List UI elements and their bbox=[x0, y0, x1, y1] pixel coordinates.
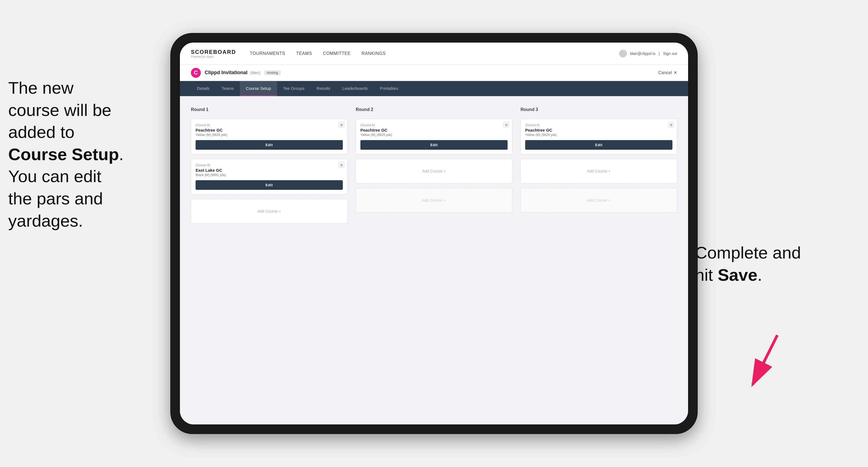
round1-courseA-delete-btn[interactable]: ⊗ bbox=[338, 122, 344, 128]
round2-add-course-label-2: Add Course + bbox=[422, 198, 446, 203]
logo-area: SCOREBOARD Powered by clippd bbox=[191, 49, 236, 58]
tablet-screen: SCOREBOARD Powered by clippd TOURNAMENTS… bbox=[180, 42, 688, 425]
round2-courseA-label: (Course A) bbox=[361, 123, 507, 127]
annotation-line2: course will be bbox=[8, 100, 112, 120]
tablet: SCOREBOARD Powered by clippd TOURNAMENTS… bbox=[170, 33, 698, 434]
round1-add-course-button[interactable]: Add Course + bbox=[191, 199, 347, 224]
nav-right: blair@clippd.io | Sign out bbox=[619, 50, 677, 57]
round-3-column: Round 3 ⊗ (Course A) Peachtree GC Yellow… bbox=[521, 107, 677, 224]
round1-courseB-name: East Lake GC bbox=[195, 168, 343, 173]
round3-course-a-card: ⊗ (Course A) Peachtree GC Yellow (M) (66… bbox=[521, 119, 677, 154]
tab-bar: Details Teams Course Setup Tee Groups Re… bbox=[180, 81, 688, 96]
round1-courseA-edit-button[interactable]: Edit bbox=[195, 140, 343, 150]
annotation-line4-bold: Course Setup bbox=[8, 145, 119, 164]
round1-course-a-card: ⊗ (Course A) Peachtree GC Yellow (M) (66… bbox=[191, 119, 347, 154]
tab-details[interactable]: Details bbox=[191, 81, 216, 96]
round2-add-course-label: Add Course + bbox=[422, 169, 446, 173]
scoreboard-logo: SCOREBOARD bbox=[191, 49, 236, 55]
round1-courseB-details: Black (M) (6891 yds) bbox=[195, 173, 343, 177]
round2-courseA-details: Yellow (M) (6629 yds) bbox=[361, 133, 507, 137]
round2-courseA-edit-button[interactable]: Edit bbox=[361, 140, 507, 150]
round3-add-course-label: Add Course + bbox=[587, 169, 611, 173]
round2-add-course-button-2: Add Course + bbox=[356, 188, 512, 213]
nav-tournaments[interactable]: TOURNAMENTS bbox=[250, 50, 285, 57]
sign-out-link[interactable]: Sign out bbox=[663, 51, 677, 56]
user-email: blair@clippd.io bbox=[630, 51, 655, 56]
cancel-icon: ✕ bbox=[674, 70, 677, 75]
round1-courseA-label: (Course A) bbox=[195, 123, 343, 127]
arrow-right bbox=[709, 330, 791, 398]
round1-courseA-name: Peachtree GC bbox=[195, 128, 343, 132]
round2-add-course-button[interactable]: Add Course + bbox=[356, 159, 512, 184]
annotation-line6: the pars and bbox=[8, 189, 103, 208]
top-nav: SCOREBOARD Powered by clippd TOURNAMENTS… bbox=[180, 42, 688, 65]
round3-add-course-label-2: Add Course + bbox=[587, 198, 611, 203]
rounds-grid: Round 1 ⊗ (Course A) Peachtree GC Yellow… bbox=[191, 107, 677, 224]
nav-rankings[interactable]: RANKINGS bbox=[362, 50, 386, 57]
logo-letter: C bbox=[194, 69, 198, 76]
tournament-logo: C bbox=[191, 68, 201, 78]
round2-courseA-delete-btn[interactable]: ⊗ bbox=[503, 122, 509, 128]
nav-separator: | bbox=[659, 51, 660, 56]
round1-courseA-details: Yellow (M) (6629 yds) bbox=[195, 133, 343, 137]
round3-courseA-delete-btn[interactable]: ⊗ bbox=[668, 122, 674, 128]
tab-results[interactable]: Results bbox=[310, 81, 336, 96]
tab-teams[interactable]: Teams bbox=[216, 81, 240, 96]
nav-committee[interactable]: COMMITTEE bbox=[323, 50, 351, 57]
tab-tee-groups[interactable]: Tee Groups bbox=[277, 81, 311, 96]
round1-add-course-label: Add Course + bbox=[257, 209, 281, 213]
round3-add-course-button[interactable]: Add Course + bbox=[521, 159, 677, 184]
annotation-line3: added to bbox=[8, 123, 74, 142]
annotation-right: Complete and hit Save. bbox=[695, 242, 860, 286]
round1-courseB-label: (Course B) bbox=[195, 163, 343, 167]
cancel-button[interactable]: Cancel ✕ bbox=[658, 70, 677, 75]
annotation-line5: You can edit bbox=[8, 167, 101, 186]
round2-courseA-name: Peachtree GC bbox=[361, 128, 507, 132]
annotation-right-line1: Complete and bbox=[695, 243, 801, 262]
tournament-gender: (Men) bbox=[250, 71, 260, 75]
round2-course-a-card: ⊗ (Course A) Peachtree GC Yellow (M) (66… bbox=[356, 119, 512, 154]
sub-header: C Clippd Invitational (Men) Hosting Canc… bbox=[180, 65, 688, 81]
round-1-title: Round 1 bbox=[191, 107, 347, 112]
main-content: Round 1 ⊗ (Course A) Peachtree GC Yellow… bbox=[180, 96, 688, 425]
round1-courseB-edit-button[interactable]: Edit bbox=[195, 180, 343, 190]
tab-leaderboards[interactable]: Leaderboards bbox=[336, 81, 374, 96]
tab-printables[interactable]: Printables bbox=[374, 81, 404, 96]
tournament-name: Clippd Invitational bbox=[205, 70, 247, 75]
round3-courseA-name: Peachtree GC bbox=[525, 128, 673, 132]
round3-courseA-edit-button[interactable]: Edit bbox=[525, 140, 673, 150]
round-2-column: Round 2 ⊗ (Course A) Peachtree GC Yellow… bbox=[356, 107, 512, 224]
nav-items: TOURNAMENTS TEAMS COMMITTEE RANKINGS bbox=[250, 50, 619, 57]
powered-by: Powered by clippd bbox=[191, 55, 236, 58]
round3-courseA-details: Yellow (M) (6629 yds) bbox=[525, 133, 673, 137]
annotation-line7: yardages. bbox=[8, 211, 83, 230]
round1-course-b-card: ⊗ (Course B) East Lake GC Black (M) (689… bbox=[191, 159, 347, 194]
user-avatar bbox=[619, 50, 627, 57]
hosting-badge: Hosting bbox=[264, 70, 281, 75]
round-3-title: Round 3 bbox=[521, 107, 677, 112]
round3-courseA-label: (Course A) bbox=[525, 123, 673, 127]
round-1-column: Round 1 ⊗ (Course A) Peachtree GC Yellow… bbox=[191, 107, 347, 224]
round3-add-course-button-2: Add Course + bbox=[521, 188, 677, 213]
tab-course-setup[interactable]: Course Setup bbox=[240, 81, 277, 96]
round-2-title: Round 2 bbox=[356, 107, 512, 112]
nav-teams[interactable]: TEAMS bbox=[296, 50, 312, 57]
annotation-save-bold: Save bbox=[718, 266, 757, 284]
annotation-right-line2: hit bbox=[695, 266, 718, 284]
cancel-label: Cancel bbox=[658, 70, 672, 75]
annotation-line1: The new bbox=[8, 78, 73, 97]
round1-courseB-delete-btn[interactable]: ⊗ bbox=[338, 162, 344, 168]
